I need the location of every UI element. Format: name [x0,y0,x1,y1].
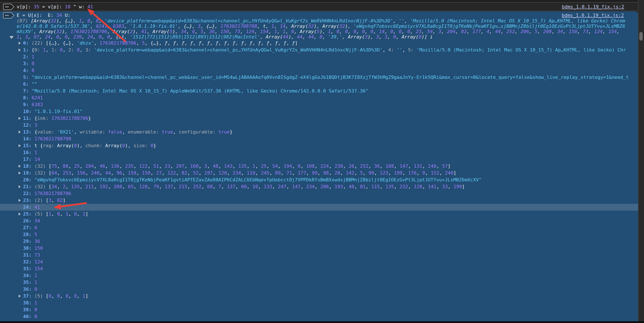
tree-row[interactable]: 1: {0: 1, 1: 0, 2: 8, 3: 'device_platfor… [0,46,638,54]
tree-row-value: 1 [34,300,37,306]
tree-row[interactable]: 23: (2) [3, 82] [0,197,638,204]
tree-row-key: 29: [23,238,34,244]
tree-row-value: "eWgvhqF7obsvc6EpmziycV7XL8a0cgI1T8jgTKe… [34,177,482,182]
tree-row-value: "1.0.1.19-fix.01" [34,109,82,114]
tree-row-value: 0 [34,307,37,312]
tree-row-key: 30: [23,246,34,251]
tree-row-key: 22: [23,191,34,196]
tree-row: 16: 1 [0,149,638,156]
info-icon: i [430,34,433,40]
tree-row[interactable]: 0: (22) [{…}, {…}, 'dhzx', 1763021788706… [0,40,638,46]
array-preview: (87) [Array(22), {…}, 1, 0, 8, 'device_p… [17,18,638,40]
tree-row[interactable]: 25: (5) [1, 0, 1, 0, 1] [0,211,638,218]
expand-triangle-icon[interactable] [18,48,21,52]
console-message-text: v[p]: 35 = v[p]: 10 ^ w: 41 [17,4,93,10]
tree-row: 34: 1 [0,272,638,279]
tree-row-value: (2) [3, 82] [34,198,66,203]
tree-row-value: 1 [34,280,37,285]
tree-row-key: 23: [23,198,34,203]
tree-row: 27: 6 [0,224,638,231]
tree-row[interactable]: 15: t {reg: Array(8), chunk: Array(0), s… [0,142,638,149]
array-preview-line: e/142.0.0.0 Safari/537.36', 6241, 6383, … [17,24,638,29]
tree-row-key: 9: [23,102,32,107]
tree-row-value: 1763021788706 [34,191,71,196]
logpoint-tag-icon [3,4,14,10]
tree-row-value: 1 [32,54,34,60]
expand-triangle-icon[interactable] [18,294,21,298]
tree-row: 17: 14 [0,156,638,163]
tree-row-key: 19: [23,170,34,176]
tree-row[interactable]: 37: (5) [0, 0, 0, 0, 1] [0,293,638,300]
expand-triangle-icon[interactable] [18,144,21,147]
tree-row-value: (5) [1, 0, 1, 0, 1] [34,211,88,216]
tree-row-value: 154 [34,266,43,271]
tree-row-value: 6241 [32,95,43,100]
tree-row-key: 26: [23,218,34,224]
tree-row-key: 35: [23,280,34,285]
tree-row-key: 5: [23,74,32,80]
tree-row-value: (22) [{…}, {…}, 'dhzx', 1763021788706, 5… [32,40,298,46]
tree-row-key: 6: [23,82,32,87]
tree-row[interactable]: 18: (32) [75, 88, 25, 204, 46, 136, 235,… [0,163,638,170]
tree-row-key: 13: [23,129,34,134]
source-link[interactable]: bdms_1.0.1.19_fix.js:2 [562,4,624,10]
tree-row-value: (32) [34, 2, 135, 211, 192, 208, 65, 120… [34,184,465,189]
tree-row-value: 8 [32,68,34,73]
tree-row[interactable]: 21: (32) [34, 2, 135, 211, 192, 208, 65,… [0,183,638,190]
tree-row: 12: 3 [0,122,638,128]
tree-row-key: 4: [23,68,32,73]
expand-triangle-icon[interactable] [18,130,21,134]
expand-triangle-icon[interactable] [18,172,21,174]
tree-row[interactable]: 11: {ink: 1763021788706} [0,115,638,122]
tree-row-value: t {reg: Array(8), chunk: Array(0), size:… [34,143,156,148]
tree-row-value: 41 [34,204,40,210]
tree-row-value: 124 [34,259,43,264]
expand-triangle-icon[interactable] [18,117,21,120]
vertical-scrollbar-thumb[interactable] [639,32,643,40]
collapse-array-triangle-icon[interactable] [10,36,14,39]
tree-row-key: 27: [23,225,34,230]
tree-row-key: 18: [23,164,34,169]
tree-row[interactable]: 13: {value: '0X21', writable: false, enu… [0,128,638,136]
tree-row-key: 32: [23,259,34,264]
tree-row: 36: 0 [0,286,638,293]
tree-row-key: 14: [23,136,34,142]
tree-row: 29: 36 [0,238,638,245]
source-link[interactable]: bdms_1.0.1.19_fix.js:2 [562,12,624,18]
expand-triangle-icon[interactable] [18,165,21,168]
expand-triangle-icon[interactable] [18,212,21,216]
tree-row: 31: 73 [0,252,638,258]
tree-row-key: 24: [23,204,34,210]
devtools-console: { "colors":{ "page_bg":"#1f1f1f","row1_b… [0,0,644,323]
tree-row-key: 20: [23,177,34,182]
tree-row: 22: 1763021788706 [0,190,638,197]
console-message-text: E = U[x]: E: 34 U: [17,12,70,18]
tree-row-value: {ink: 1763021788706} [34,116,91,121]
tree-row-value: 6 [34,225,37,230]
tree-row-key: 16: [23,150,34,155]
tree-row-value: 0 [34,286,37,292]
expand-triangle-icon[interactable] [18,199,21,202]
tree-row-key: 15: [23,143,34,148]
expand-triangle-icon[interactable] [18,185,21,188]
tree-row: 33: 154 [0,265,638,272]
tree-row-key: 28: [23,232,34,237]
tree-row: 2: 1 [0,54,638,60]
tree-row: 3: 0 [0,60,638,67]
console-message-row-2-selected[interactable]: E = U[x]: E: 34 U: bdms_1.0.1.19_fix.js:… [0,11,638,321]
tree-row-value: "Mozilla/5.0 (Macintosh; Intel Mac OS X … [32,88,368,94]
console-message-row-1[interactable]: v[p]: 35 = v[p]: 10 ^ w: 41 bdms_1.0.1.1… [0,2,644,11]
tree-row-key: 11: [23,116,34,121]
tree-row-value: 36 [34,238,40,244]
tree-row-value: 6383 [32,102,43,107]
tree-row-key: 39: [23,307,34,312]
logpoint-tag-icon [3,12,14,18]
tree-row-value: 34 [34,218,40,224]
bottom-edge-bar [0,321,644,323]
expand-triangle-icon[interactable] [18,42,21,45]
tree-row[interactable]: 19: (32) [64, 253, 156, 240, 44, 96, 159… [0,170,638,176]
tree-row-value: (32) [64, 253, 156, 240, 44, 96, 159, 15… [34,170,456,176]
vertical-scrollbar-track[interactable] [638,0,644,323]
tree-row-key: 17: [23,156,34,162]
tree-row-key: 33: [23,266,34,271]
